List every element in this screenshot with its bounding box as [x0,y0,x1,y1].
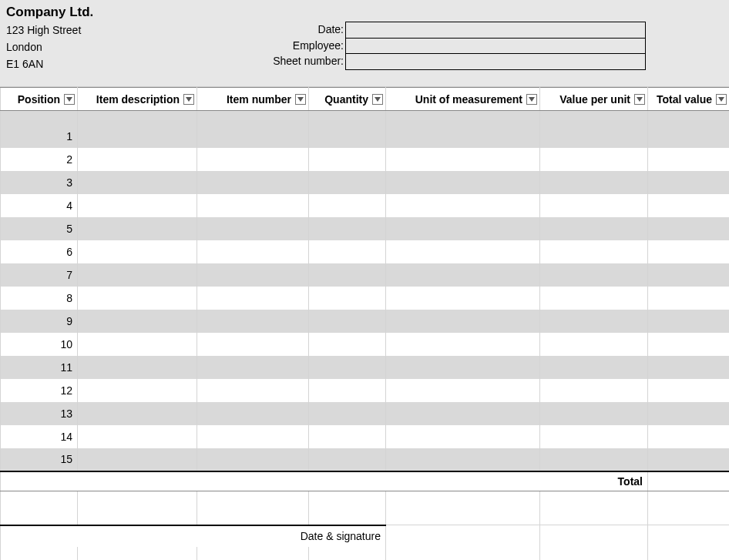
cell-quantity[interactable] [309,171,386,194]
table-row[interactable]: 10 [1,333,730,356]
cell-description[interactable] [78,194,197,217]
cell-total[interactable] [648,171,730,194]
cell-vpu[interactable] [540,217,648,240]
cell-total[interactable] [648,310,730,333]
cell-item_number[interactable] [197,448,309,471]
cell-description[interactable] [78,148,197,171]
filter-icon[interactable] [526,94,537,105]
filter-icon[interactable] [183,94,194,105]
cell-item_number[interactable] [197,379,309,402]
cell-description[interactable] [78,125,197,148]
table-row[interactable]: 5 [1,217,730,240]
table-row[interactable]: 12 [1,379,730,402]
cell-item_number[interactable] [197,333,309,356]
cell-vpu[interactable] [540,425,648,448]
cell-position[interactable]: 6 [1,240,78,263]
cell-position[interactable]: 5 [1,217,78,240]
cell-quantity[interactable] [309,402,386,425]
cell-quantity[interactable] [309,356,386,379]
cell-position[interactable]: 13 [1,402,78,425]
cell-uom[interactable] [386,263,540,287]
cell-quantity[interactable] [309,425,386,448]
cell-position[interactable]: 7 [1,263,78,287]
table-row[interactable]: 13 [1,402,730,425]
cell-total[interactable] [648,379,730,402]
cell-vpu[interactable] [540,379,648,402]
cell-description[interactable] [78,310,197,333]
cell-uom[interactable] [386,240,540,263]
cell-item_number[interactable] [197,310,309,333]
cell-total[interactable] [648,125,730,148]
table-row[interactable]: 4 [1,194,730,217]
cell-description[interactable] [78,402,197,425]
cell-quantity[interactable] [309,240,386,263]
cell-item_number[interactable] [197,402,309,425]
cell-position[interactable]: 11 [1,356,78,379]
cell-uom[interactable] [386,356,540,379]
cell-total[interactable] [648,148,730,171]
cell-uom[interactable] [386,333,540,356]
filter-icon[interactable] [372,94,383,105]
cell-quantity[interactable] [309,217,386,240]
cell-position[interactable]: 12 [1,379,78,402]
cell-item_number[interactable] [197,171,309,194]
cell-position[interactable]: 15 [1,448,78,471]
cell-total[interactable] [648,425,730,448]
cell-description[interactable] [78,333,197,356]
cell-position[interactable]: 3 [1,171,78,194]
cell-vpu[interactable] [540,240,648,263]
cell-uom[interactable] [386,171,540,194]
cell-quantity[interactable] [309,148,386,171]
cell-item_number[interactable] [197,194,309,217]
cell-total[interactable] [648,217,730,240]
cell-uom[interactable] [386,194,540,217]
cell-total[interactable] [648,448,730,471]
cell-description[interactable] [78,240,197,263]
cell-position[interactable]: 8 [1,287,78,310]
cell-position[interactable]: 4 [1,194,78,217]
table-row[interactable]: 3 [1,171,730,194]
cell-item_number[interactable] [197,425,309,448]
cell-total[interactable] [648,402,730,425]
cell-vpu[interactable] [540,287,648,310]
cell-description[interactable] [78,287,197,310]
cell-description[interactable] [78,171,197,194]
cell-uom[interactable] [386,425,540,448]
cell-description[interactable] [78,217,197,240]
cell-quantity[interactable] [309,448,386,471]
table-row[interactable]: 1 [1,125,730,148]
cell-vpu[interactable] [540,171,648,194]
cell-vpu[interactable] [540,333,648,356]
cell-item_number[interactable] [197,287,309,310]
cell-total[interactable] [648,194,730,217]
cell-vpu[interactable] [540,263,648,287]
table-row[interactable]: 14 [1,425,730,448]
table-row[interactable]: 9 [1,310,730,333]
cell-total[interactable] [648,333,730,356]
filter-icon[interactable] [295,94,306,105]
sheet-number-input[interactable] [345,53,646,70]
cell-position[interactable]: 10 [1,333,78,356]
cell-quantity[interactable] [309,287,386,310]
cell-vpu[interactable] [540,125,648,148]
cell-uom[interactable] [386,402,540,425]
cell-uom[interactable] [386,287,540,310]
cell-description[interactable] [78,425,197,448]
cell-description[interactable] [78,379,197,402]
cell-quantity[interactable] [309,333,386,356]
cell-total[interactable] [648,356,730,379]
cell-position[interactable]: 14 [1,425,78,448]
cell-item_number[interactable] [197,217,309,240]
cell-vpu[interactable] [540,356,648,379]
table-row[interactable]: 15 [1,448,730,471]
cell-position[interactable]: 1 [1,125,78,148]
cell-total[interactable] [648,263,730,287]
cell-quantity[interactable] [309,125,386,148]
employee-input[interactable] [345,38,646,55]
cell-description[interactable] [78,263,197,287]
cell-description[interactable] [78,356,197,379]
cell-quantity[interactable] [309,379,386,402]
cell-quantity[interactable] [309,310,386,333]
cell-vpu[interactable] [540,448,648,471]
cell-item_number[interactable] [197,125,309,148]
